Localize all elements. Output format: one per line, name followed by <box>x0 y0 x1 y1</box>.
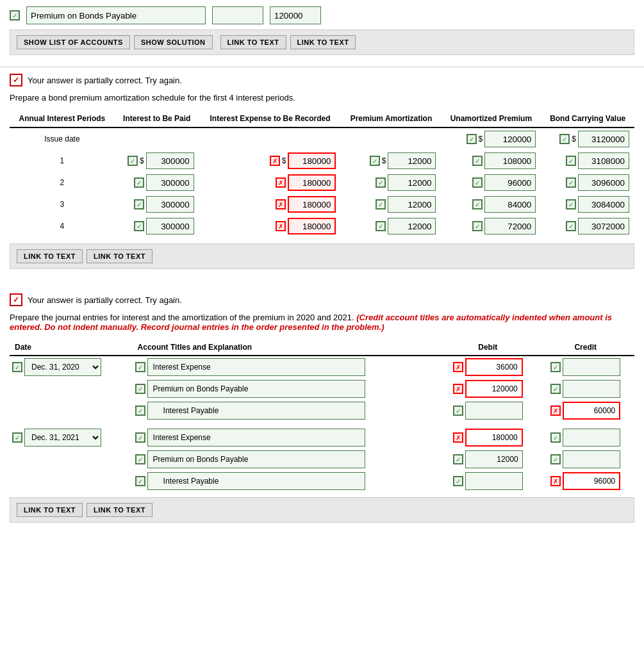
r1-paid-input[interactable] <box>146 152 194 169</box>
g1r1-debit-check[interactable]: ✗ <box>453 362 463 372</box>
g1r1-debit-input[interactable] <box>465 358 523 376</box>
r1-unamort-input[interactable] <box>484 152 536 169</box>
r3-carrying-check[interactable]: ✓ <box>566 199 576 209</box>
g2r3-credit-check[interactable]: ✗ <box>550 476 561 486</box>
r4-paid-check[interactable]: ✓ <box>134 221 144 231</box>
r4-paid-input[interactable] <box>146 218 194 234</box>
g1r1-account-input[interactable] <box>147 358 365 376</box>
r4-amort-check[interactable]: ✓ <box>376 221 386 231</box>
top-credit-input[interactable] <box>270 6 321 24</box>
link-text-btn-3[interactable]: LINK TO TEXT <box>17 249 83 263</box>
issue-carrying-input[interactable] <box>578 131 629 147</box>
g1r3-credit-input[interactable] <box>563 402 620 420</box>
g1-date-check[interactable]: ✓ <box>12 362 22 372</box>
g2-date-check[interactable]: ✓ <box>12 432 22 443</box>
g2r1-credit-check[interactable]: ✓ <box>550 432 561 443</box>
r1-amort-input[interactable] <box>388 152 436 169</box>
link-text-btn-4[interactable]: LINK TO TEXT <box>87 249 153 263</box>
g2r3-account-check[interactable]: ✓ <box>135 476 145 486</box>
g1r1-account-check[interactable]: ✓ <box>135 362 145 372</box>
top-debit-input[interactable] <box>212 6 263 24</box>
link-text-btn-5[interactable]: LINK TO TEXT <box>17 503 83 517</box>
g1r3-account-check[interactable]: ✓ <box>135 406 145 416</box>
g2r1-account-input[interactable] <box>147 429 365 447</box>
journal-row: ✓ ✓ ✗ <box>10 400 634 422</box>
r2-amort-input[interactable] <box>388 174 436 191</box>
g1r2-account-check[interactable]: ✓ <box>135 384 145 394</box>
r1-expense-input[interactable] <box>288 152 336 169</box>
toolbar-1: SHOW LIST OF ACCOUNTS SHOW SOLUTION LINK… <box>10 29 634 55</box>
g1r1-credit-check[interactable]: ✓ <box>550 362 561 372</box>
r2-carrying-input[interactable] <box>578 174 629 191</box>
r3-amort-check[interactable]: ✓ <box>376 199 386 209</box>
r1-amort-check[interactable]: ✓ <box>370 156 380 166</box>
g2r3-credit-input[interactable] <box>563 472 620 490</box>
r1-unamort-check[interactable]: ✓ <box>472 156 483 166</box>
r3-carrying-input[interactable] <box>578 196 629 213</box>
r4-carrying-input[interactable] <box>578 218 629 234</box>
g2r1-debit-check[interactable]: ✗ <box>453 432 463 443</box>
link-text-btn-1[interactable]: LINK TO TEXT <box>220 35 286 49</box>
g2r2-credit-check[interactable]: ✓ <box>550 454 561 464</box>
g1r1-credit-input[interactable] <box>563 358 620 376</box>
link-text-btn-6[interactable]: LINK TO TEXT <box>87 503 153 517</box>
g2r3-debit-check[interactable]: ✓ <box>453 476 463 486</box>
g1r3-credit-check[interactable]: ✗ <box>550 406 561 416</box>
g2r1-account-check[interactable]: ✓ <box>135 432 145 443</box>
g1r2-credit-input[interactable] <box>563 380 620 398</box>
r2-expense-input[interactable] <box>288 174 336 191</box>
issue-carrying-check[interactable]: ✓ <box>559 134 570 144</box>
g2-date-select[interactable]: Dec. 31, 2021 <box>24 429 101 447</box>
g2r2-account-input[interactable] <box>147 450 365 468</box>
r3-expense-input[interactable] <box>288 196 336 213</box>
r2-carrying-check[interactable]: ✓ <box>566 177 576 188</box>
g1r3-debit-check[interactable]: ✓ <box>453 406 463 416</box>
g1r3-account-input[interactable] <box>147 402 365 420</box>
g1r2-debit-check[interactable]: ✗ <box>453 384 463 394</box>
g2r2-account-check[interactable]: ✓ <box>135 454 145 464</box>
r4-amort-input[interactable] <box>388 218 436 234</box>
r1-paid-check[interactable]: ✓ <box>128 156 138 166</box>
g2r1-credit-input[interactable] <box>563 429 620 447</box>
r2-expense-check[interactable]: ✗ <box>276 177 286 188</box>
r3-unamort-check[interactable]: ✓ <box>472 199 483 209</box>
top-account-input[interactable] <box>26 6 206 24</box>
g1r3-debit-input[interactable] <box>465 402 523 420</box>
link-text-btn-2[interactable]: LINK TO TEXT <box>290 35 356 49</box>
r4-carrying-check[interactable]: ✓ <box>566 221 576 231</box>
g1r2-account-input[interactable] <box>147 380 365 398</box>
r4-expense-check[interactable]: ✗ <box>276 221 286 231</box>
r2-paid-check[interactable]: ✓ <box>134 177 144 188</box>
g2r1-debit-input[interactable] <box>465 429 523 447</box>
top-checkbox[interactable]: ✓ <box>10 10 20 20</box>
g2r3-account-input[interactable] <box>147 472 365 490</box>
r3-expense-check[interactable]: ✗ <box>276 199 286 209</box>
g1-date-select[interactable]: Dec. 31, 2020 <box>24 358 101 376</box>
issue-unamort-check[interactable]: ✓ <box>466 134 477 144</box>
r3-paid-check[interactable]: ✓ <box>134 199 144 209</box>
r4-expense-input[interactable] <box>288 218 336 234</box>
table-row: 3 ✓ ✗ ✓ <box>10 193 634 215</box>
g2r2-credit-input[interactable] <box>563 450 620 468</box>
r4-unamort-check[interactable]: ✓ <box>472 221 483 231</box>
g2r2-debit-input[interactable] <box>465 450 523 468</box>
issue-unamort-input[interactable] <box>484 131 536 147</box>
r1-carrying-check[interactable]: ✓ <box>566 156 576 166</box>
r4-unamort-input[interactable] <box>484 218 536 234</box>
g2r2-debit-check[interactable]: ✓ <box>453 454 463 464</box>
g1r2-debit-input[interactable] <box>465 380 523 398</box>
show-solution-btn[interactable]: SHOW SOLUTION <box>134 35 213 49</box>
r2-unamort-input[interactable] <box>484 174 536 191</box>
journal-row: ✓ ✓ ✓ <box>10 448 634 470</box>
g1r2-credit-check[interactable]: ✓ <box>550 384 561 394</box>
r3-paid-input[interactable] <box>146 196 194 213</box>
show-list-btn[interactable]: SHOW LIST OF ACCOUNTS <box>17 35 130 49</box>
r2-amort-check[interactable]: ✓ <box>376 177 386 188</box>
r3-unamort-input[interactable] <box>484 196 536 213</box>
r2-paid-input[interactable] <box>146 174 194 191</box>
r3-amort-input[interactable] <box>388 196 436 213</box>
r1-carrying-input[interactable] <box>578 152 629 169</box>
r1-expense-check[interactable]: ✗ <box>270 156 280 166</box>
r2-unamort-check[interactable]: ✓ <box>472 177 483 188</box>
g2r3-debit-input[interactable] <box>465 472 523 490</box>
